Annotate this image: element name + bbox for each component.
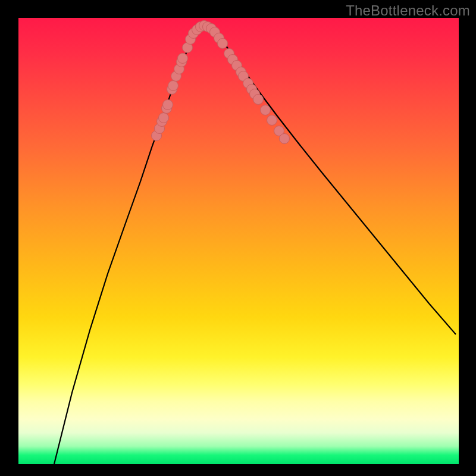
data-dot <box>168 81 178 91</box>
data-dot <box>267 115 277 126</box>
data-dot <box>159 113 169 123</box>
data-dot <box>280 134 290 144</box>
chart-frame: TheBottleneck.com <box>0 0 476 476</box>
data-dot <box>178 54 188 64</box>
curve-layer <box>18 18 459 464</box>
data-dot <box>253 95 264 105</box>
data-dot <box>261 105 271 115</box>
watermark-text: TheBottleneck.com <box>346 2 470 19</box>
data-dot <box>218 39 228 49</box>
data-dot <box>163 100 173 110</box>
data-dots <box>152 21 290 144</box>
